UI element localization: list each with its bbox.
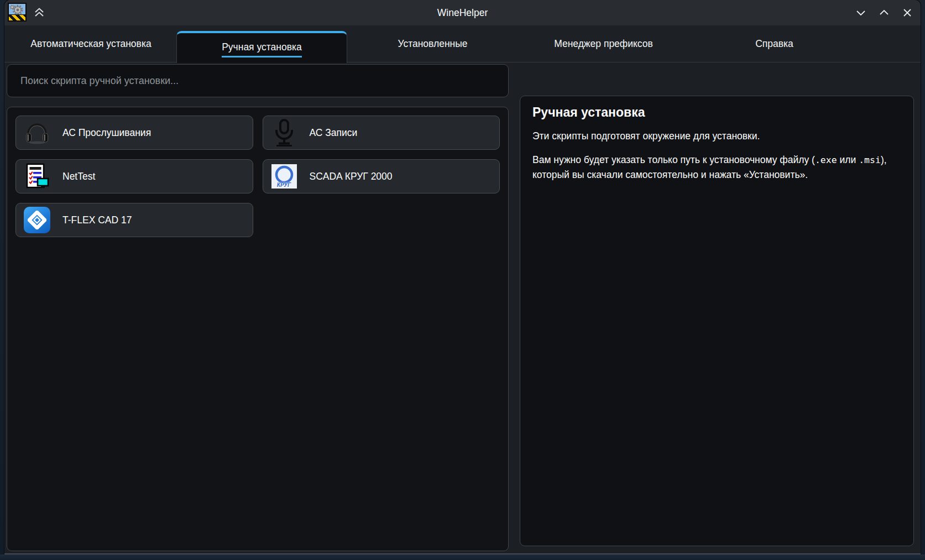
script-item-as-listening[interactable]: АС Прослушивания bbox=[15, 116, 253, 150]
script-label: T-FLEX CAD 17 bbox=[62, 214, 132, 226]
tab-bar: Автоматическая установка Ручная установк… bbox=[4, 25, 921, 62]
maximize-button[interactable] bbox=[876, 5, 892, 20]
tab-help[interactable]: Справка bbox=[689, 25, 860, 62]
info-panel: Ручная установка Эти скрипты подготовят … bbox=[520, 96, 914, 546]
script-item-scada-krug[interactable]: КРУГ SCADA КРУГ 2000 bbox=[263, 159, 500, 193]
tab-automatic-install[interactable]: Автоматическая установка bbox=[6, 25, 176, 62]
exe-extension: .exe bbox=[815, 155, 837, 165]
script-label: АС Записи bbox=[310, 127, 358, 139]
titlebar: WineHelper bbox=[4, 0, 921, 25]
shade-window-button[interactable] bbox=[32, 6, 46, 20]
tab-installed[interactable]: Установленные bbox=[347, 25, 518, 62]
krug-logo-icon: КРУГ bbox=[271, 163, 297, 190]
tab-prefix-manager[interactable]: Менеджер префиксов bbox=[518, 25, 689, 62]
close-x-icon bbox=[901, 7, 913, 19]
search-input[interactable] bbox=[7, 64, 509, 97]
minimize-button[interactable] bbox=[853, 5, 869, 20]
krug-logo-text: КРУГ bbox=[277, 182, 291, 188]
app-window-menu-icon[interactable] bbox=[8, 3, 27, 22]
script-label: SCADA КРУГ 2000 bbox=[310, 171, 393, 182]
info-panel-heading: Ручная установка bbox=[532, 105, 901, 120]
msi-extension: .msi bbox=[859, 155, 881, 165]
chevron-up-icon bbox=[878, 7, 890, 19]
script-item-nettest[interactable]: NetTest bbox=[15, 159, 253, 193]
checklist-monitor-icon bbox=[24, 163, 50, 190]
script-label: АС Прослушивания bbox=[62, 127, 151, 139]
headphones-icon bbox=[24, 119, 50, 146]
hazard-stripes bbox=[9, 14, 25, 20]
double-chevron-up-icon bbox=[33, 6, 46, 19]
winehelper-window: WineHelper Автоматическая установка bbox=[4, 0, 921, 555]
tab-manual-install[interactable]: Ручная установка bbox=[176, 31, 347, 63]
taskbar-sliver bbox=[0, 554, 925, 560]
window-title: WineHelper bbox=[4, 0, 921, 25]
info-paragraph-1: Эти скрипты подготовят окружение для уст… bbox=[532, 129, 901, 144]
window-controls bbox=[853, 0, 915, 25]
script-label: NetTest bbox=[62, 171, 95, 182]
script-item-tflex-cad[interactable]: T-FLEX CAD 17 bbox=[15, 203, 253, 237]
microphone-icon bbox=[271, 119, 297, 146]
close-button[interactable] bbox=[900, 5, 915, 20]
script-item-as-recording[interactable]: АС Записи bbox=[263, 116, 500, 150]
info-paragraph-2: Вам нужно будет указать только путь к ус… bbox=[532, 153, 901, 182]
script-list: АС Прослушивания АС Записи bbox=[7, 107, 509, 551]
chevron-down-icon bbox=[855, 7, 867, 19]
tflex-logo-icon bbox=[24, 207, 50, 233]
